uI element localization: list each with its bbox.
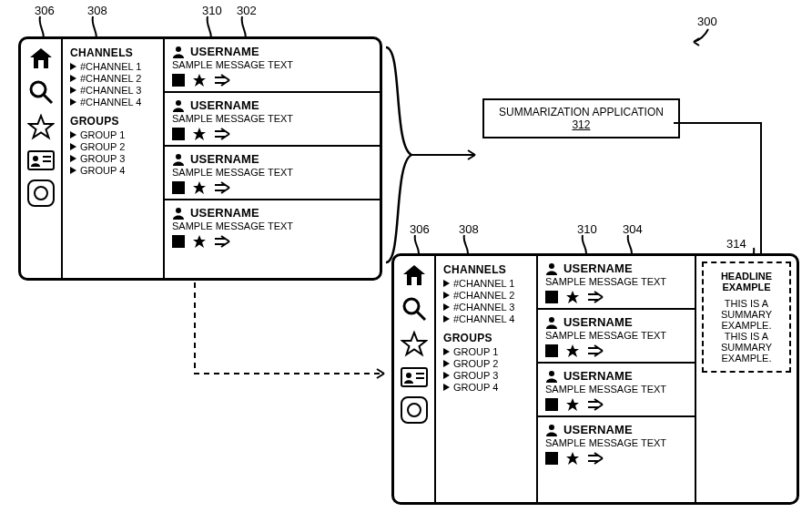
channel-item[interactable]: #CHANNEL 3 (70, 85, 156, 96)
star-action-icon[interactable] (192, 234, 207, 249)
channels-list: #CHANNEL 1 #CHANNEL 2 #CHANNEL 3 #CHANNE… (70, 61, 156, 108)
channel-item[interactable]: #CHANNEL 1 (70, 61, 156, 72)
stop-icon[interactable] (545, 452, 558, 465)
star-icon[interactable] (27, 114, 55, 141)
share-icon[interactable] (587, 398, 604, 411)
appbox-ref: 312 (499, 118, 664, 131)
callout-300 (690, 27, 712, 47)
ref-310a: 310 (202, 4, 222, 17)
group-item[interactable]: GROUP 2 (70, 141, 156, 152)
message-item: USERNAME SAMPLE MESSAGE TEXT (165, 39, 380, 93)
home-icon[interactable] (28, 46, 54, 70)
stop-icon[interactable] (545, 291, 558, 303)
triangle-icon (70, 63, 76, 70)
id-card-icon[interactable] (401, 367, 428, 387)
channel-item[interactable]: #CHANNEL 4 (443, 313, 529, 324)
search-icon[interactable] (28, 79, 54, 105)
svg-point-18 (406, 373, 411, 378)
star-icon[interactable] (401, 331, 428, 358)
svg-rect-0 (38, 60, 44, 68)
circle-icon[interactable] (27, 179, 55, 207)
share-icon[interactable] (214, 74, 230, 87)
group-item[interactable]: GROUP 1 (443, 346, 529, 357)
stop-icon[interactable] (172, 74, 185, 87)
group-item[interactable]: GROUP 3 (443, 370, 529, 381)
star-action-icon[interactable] (565, 397, 580, 412)
username: USERNAME (190, 45, 259, 58)
group-item[interactable]: GROUP 1 (70, 129, 156, 140)
share-icon[interactable] (587, 452, 604, 465)
triangle-icon (70, 155, 76, 162)
share-icon[interactable] (587, 344, 604, 357)
stop-icon[interactable] (545, 344, 558, 357)
svg-rect-7 (28, 180, 54, 206)
callout-310b (581, 235, 594, 255)
triangle-icon (70, 98, 76, 106)
svg-line-16 (417, 312, 425, 320)
callout-308b (462, 235, 475, 255)
username: USERNAME (190, 152, 259, 166)
group-item[interactable]: GROUP 4 (443, 382, 529, 393)
svg-point-23 (549, 263, 554, 269)
message-item: USERNAME SAMPLE MESSAGE TEXT (165, 200, 380, 252)
username: USERNAME (190, 206, 259, 220)
user-icon (545, 262, 558, 275)
share-icon[interactable] (587, 291, 604, 303)
group-item[interactable]: GROUP 4 (70, 165, 156, 176)
stop-icon[interactable] (172, 235, 185, 248)
message-item: USERNAME SAMPLE MESSAGE TEXT (538, 256, 695, 310)
channel-item[interactable]: #CHANNEL 1 (443, 278, 529, 289)
stop-icon[interactable] (172, 128, 185, 140)
svg-point-8 (35, 187, 47, 200)
ref-306a: 306 (35, 4, 55, 17)
ref-308a: 308 (87, 4, 107, 17)
star-action-icon[interactable] (192, 127, 207, 141)
star-action-icon[interactable] (565, 451, 580, 466)
svg-line-2 (44, 95, 52, 103)
callout-306b (413, 235, 426, 255)
panel-304: CHANNELS #CHANNEL 1 #CHANNEL 2 #CHANNEL … (391, 253, 799, 505)
channel-item[interactable]: #CHANNEL 4 (70, 97, 156, 108)
triangle-icon (70, 167, 76, 174)
message-item: USERNAME SAMPLE MESSAGE TEXT (165, 93, 380, 147)
channel-item[interactable]: #CHANNEL 2 (443, 290, 529, 301)
message-text: SAMPLE MESSAGE TEXT (172, 113, 372, 124)
svg-point-12 (176, 208, 181, 213)
circle-icon[interactable] (401, 396, 428, 424)
group-item[interactable]: GROUP 3 (70, 153, 156, 164)
home-icon[interactable] (401, 263, 427, 287)
search-icon[interactable] (401, 296, 427, 322)
svg-point-15 (404, 299, 419, 313)
sidebar (21, 39, 63, 278)
svg-point-24 (549, 317, 554, 323)
groups-list: GROUP 1 GROUP 2 GROUP 3 GROUP 4 (70, 129, 156, 176)
channel-item[interactable]: #CHANNEL 3 (443, 302, 529, 313)
share-icon[interactable] (214, 235, 230, 248)
stop-icon[interactable] (545, 398, 558, 411)
ref-308b: 308 (459, 222, 479, 236)
ref-304: 304 (623, 222, 643, 236)
summary-headline: HEADLINE EXAMPLE (711, 271, 782, 292)
message-list: USERNAME SAMPLE MESSAGE TEXT USERNAME SA… (165, 39, 380, 278)
group-item[interactable]: GROUP 2 (443, 358, 529, 369)
star-action-icon[interactable] (192, 73, 207, 87)
share-icon[interactable] (214, 181, 230, 194)
stop-icon[interactable] (172, 181, 185, 194)
channel-group-list: CHANNELS #CHANNEL 1 #CHANNEL 2 #CHANNEL … (63, 39, 165, 278)
channel-item[interactable]: #CHANNEL 2 (70, 73, 156, 84)
summary-column: HEADLINE EXAMPLE THIS IS A SUMMARY EXAMP… (696, 256, 797, 502)
user-icon (545, 370, 558, 383)
share-icon[interactable] (214, 128, 230, 140)
star-action-icon[interactable] (192, 180, 207, 195)
star-action-icon[interactable] (565, 344, 580, 358)
triangle-icon (70, 131, 76, 138)
svg-point-25 (549, 371, 554, 376)
channels-header: CHANNELS (70, 46, 156, 59)
svg-point-9 (176, 46, 181, 52)
user-icon (172, 46, 185, 58)
ref-306b: 306 (410, 222, 430, 236)
star-action-icon[interactable] (565, 290, 580, 304)
svg-rect-14 (411, 277, 417, 285)
svg-point-22 (408, 404, 421, 416)
id-card-icon[interactable] (27, 150, 55, 170)
